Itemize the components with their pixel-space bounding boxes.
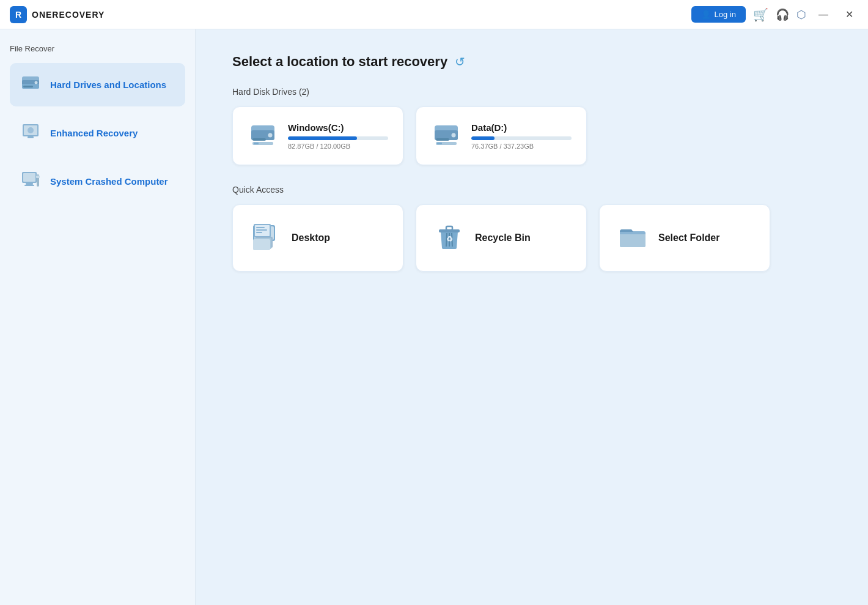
- svg-text:♻: ♻: [446, 235, 453, 243]
- quick-card-desktop[interactable]: Desktop: [232, 204, 403, 272]
- shield-icon[interactable]: ⬡: [796, 8, 806, 21]
- content-area: Select a location to start recovery ↺ Ha…: [196, 29, 868, 605]
- svg-rect-32: [256, 229, 267, 231]
- svg-rect-41: [446, 226, 452, 230]
- drive-d-name: Data(D:): [471, 122, 572, 133]
- sidebar-item-label-hard-drives: Hard Drives and Locations: [50, 79, 166, 91]
- svg-rect-14: [36, 176, 40, 178]
- drive-c-bar-fill: [288, 136, 357, 140]
- system-crashed-icon: [20, 168, 42, 195]
- sidebar-section-title: File Recover: [10, 44, 185, 53]
- drive-d-info: Data(D:) 76.37GB / 337.23GB: [471, 122, 572, 150]
- select-folder-label: Select Folder: [658, 232, 719, 243]
- svg-rect-31: [256, 227, 265, 228]
- close-button[interactable]: ✕: [840, 6, 858, 23]
- quick-card-recycle-bin[interactable]: ♻ Recycle Bin: [416, 204, 587, 272]
- app-logo: R ONERECOVERY: [10, 6, 105, 23]
- sidebar-item-hard-drives[interactable]: Hard Drives and Locations: [10, 63, 185, 106]
- drive-card-c[interactable]: Windows(C:) 82.87GB / 120.00GB: [232, 106, 403, 165]
- drive-c-name: Windows(C:): [288, 122, 388, 133]
- hard-drives-icon: [20, 72, 42, 98]
- sidebar-item-system-crashed[interactable]: System Crashed Computer: [10, 160, 185, 203]
- user-icon: 👤: [701, 10, 711, 19]
- svg-rect-20: [254, 143, 259, 144]
- desktop-label: Desktop: [292, 232, 330, 243]
- page-title: Select a location to start recovery: [232, 54, 447, 70]
- svg-rect-10: [23, 173, 35, 182]
- svg-rect-36: [253, 239, 270, 250]
- drive-icon-c: [248, 119, 278, 152]
- quick-card-select-folder[interactable]: Select Folder: [599, 204, 770, 272]
- svg-point-3: [35, 81, 38, 84]
- quick-grid: Desktop: [232, 204, 831, 272]
- sidebar-item-enhanced-recovery[interactable]: Enhanced Recovery: [10, 111, 185, 155]
- drives-grid: Windows(C:) 82.87GB / 120.00GB: [232, 106, 831, 165]
- drive-d-size: 76.37GB / 337.23GB: [471, 143, 572, 150]
- drive-d-bar-bg: [471, 136, 572, 140]
- drive-card-d[interactable]: Data(D:) 76.37GB / 337.23GB: [416, 106, 587, 165]
- recycle-bin-icon: ♻: [435, 222, 464, 254]
- svg-rect-4: [23, 86, 33, 87]
- headset-icon[interactable]: 🎧: [776, 8, 789, 21]
- login-button[interactable]: 👤 Log in: [691, 6, 746, 23]
- svg-rect-11: [26, 183, 33, 185]
- minimize-button[interactable]: —: [814, 7, 833, 23]
- titlebar: R ONERECOVERY 👤 Log in 🛒 🎧 ⬡ — ✕: [0, 0, 868, 29]
- drive-icon-d: [431, 119, 462, 152]
- app-name: ONERECOVERY: [32, 10, 105, 20]
- svg-rect-33: [256, 232, 262, 233]
- drive-c-size: 82.87GB / 120.00GB: [288, 143, 388, 150]
- svg-rect-26: [437, 143, 442, 144]
- refresh-icon[interactable]: ↺: [455, 54, 465, 69]
- drive-c-info: Windows(C:) 82.87GB / 120.00GB: [288, 122, 388, 150]
- svg-rect-8: [28, 136, 34, 138]
- sidebar: File Recover Hard Drives and Locations: [0, 29, 196, 605]
- svg-rect-12: [24, 185, 34, 186]
- folder-icon: [618, 222, 647, 254]
- svg-rect-18: [252, 138, 266, 141]
- sidebar-item-label-system: System Crashed Computer: [50, 176, 168, 188]
- hard-disk-section-title: Hard Disk Drives (2): [232, 87, 831, 97]
- recycle-bin-label: Recycle Bin: [475, 232, 531, 243]
- cart-icon[interactable]: 🛒: [753, 7, 768, 22]
- drive-d-bar-fill: [471, 136, 495, 140]
- titlebar-actions: 👤 Log in 🛒 🎧 ⬡ — ✕: [691, 6, 858, 23]
- quick-access-section-title: Quick Access: [232, 185, 831, 195]
- svg-point-23: [452, 133, 456, 138]
- logo-icon: R: [10, 6, 27, 23]
- sidebar-item-label-enhanced: Enhanced Recovery: [50, 127, 138, 139]
- main-layout: File Recover Hard Drives and Locations: [0, 29, 868, 605]
- svg-rect-24: [436, 138, 449, 141]
- page-header: Select a location to start recovery ↺: [232, 54, 831, 70]
- svg-point-17: [268, 133, 273, 138]
- svg-point-7: [28, 127, 34, 133]
- enhanced-recovery-icon: [20, 120, 42, 146]
- desktop-icon: [251, 222, 281, 254]
- drive-c-bar-bg: [288, 136, 388, 140]
